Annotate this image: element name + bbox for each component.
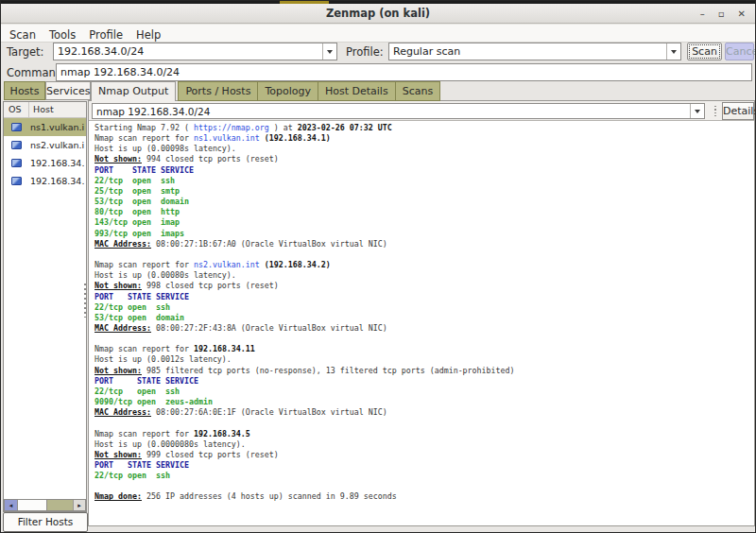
output-segment: Host is up (0.00098s latency). xyxy=(94,144,236,153)
profile-combo[interactable]: Regular scan xyxy=(388,43,681,60)
tab-topology[interactable]: Topology xyxy=(258,81,318,101)
output-segment: Nmap done: xyxy=(94,491,142,501)
column-host[interactable]: Host xyxy=(29,102,86,117)
target-label: Target: xyxy=(7,45,43,59)
target-dropdown-arrow-icon[interactable] xyxy=(322,43,336,60)
menu-help[interactable]: Help xyxy=(129,26,167,43)
menu-scan[interactable]: Scan xyxy=(3,26,43,43)
output-segment: MAC Address: xyxy=(94,239,151,249)
output-segment: 25/tcp open smtp xyxy=(94,186,180,196)
tab-scans[interactable]: Scans xyxy=(396,81,440,101)
host-list-hscrollbar[interactable]: ◂ ▸ xyxy=(4,499,86,511)
output-line xyxy=(94,249,754,260)
output-line: PORT STATE SERVICE xyxy=(94,460,754,471)
scan-selector-value[interactable]: nmap 192.168.34.0/24 xyxy=(93,106,690,117)
output-line: PORT STATE SERVICE xyxy=(94,376,754,387)
column-os[interactable]: OS xyxy=(4,102,29,117)
output-line: 22/tcp open ssh xyxy=(94,471,754,481)
output-segment: 53/tcp open domain xyxy=(94,313,184,322)
output-line xyxy=(94,481,754,491)
output-segment: 2023-02-26 07:32 UTC xyxy=(298,123,392,132)
menu-tools[interactable]: Tools xyxy=(43,26,82,43)
command-input[interactable]: nmap 192.168.34.0/24 xyxy=(56,63,752,81)
output-segment: (192.168.34.1) xyxy=(265,133,331,143)
tab-ports-hosts[interactable]: Ports / Hosts xyxy=(178,81,258,101)
titlebar[interactable]: Zenmap (on kali) xyxy=(1,4,755,24)
output-line: MAC Address: 08:00:27:6A:0E:1F (Oracle V… xyxy=(94,407,754,418)
output-segment: 985 filtered tcp ports (no-response), 13… xyxy=(142,366,515,375)
maximize-icon[interactable]: ▫ xyxy=(718,9,725,19)
output-segment: 143/tcp open imap xyxy=(94,217,180,227)
scan-selector-arrow-icon[interactable] xyxy=(690,104,704,118)
tab-host-details[interactable]: Host Details xyxy=(318,81,396,101)
host-row[interactable]: 192.168.34. xyxy=(4,154,86,172)
nmap-output-box[interactable]: Starting Nmap 7.92 ( https://nmap.org ) … xyxy=(89,120,754,525)
close-icon[interactable]: ✕ xyxy=(738,9,746,19)
scroll-right-icon[interactable]: ▸ xyxy=(73,500,85,510)
tab-nmap-output[interactable]: Nmap Output xyxy=(91,81,176,101)
details-button[interactable]: Details xyxy=(722,102,754,120)
output-line: 25/tcp open smtp xyxy=(94,186,754,197)
output-segment: Nmap scan report for xyxy=(94,344,194,353)
scan-selector-combo[interactable]: nmap 192.168.34.0/24 xyxy=(92,103,705,119)
os-icon xyxy=(11,159,22,167)
output-segment: 08:00:27:1B:67:A0 (Oracle VirtualBox vir… xyxy=(151,239,387,249)
output-segment: 994 closed tcp ports (reset) xyxy=(142,154,279,163)
output-line: Host is up (0.0012s latency). xyxy=(94,354,754,365)
os-icon xyxy=(11,177,22,185)
output-segment: 993/tcp open imaps xyxy=(94,229,184,238)
host-row[interactable]: ns2.vulkan.i xyxy=(4,136,86,154)
output-segment: Host is up (0.0000080s latency). xyxy=(94,439,246,449)
output-line: PORT STATE SERVICE xyxy=(94,165,754,176)
output-segment: 256 IP addresses (4 hosts up) scanned in… xyxy=(142,491,397,501)
output-segment: Not shown: xyxy=(94,154,142,163)
target-value[interactable]: 192.168.34.0/24 xyxy=(54,45,322,58)
output-line: Not shown: 994 closed tcp ports (reset) xyxy=(94,154,754,164)
minimize-icon[interactable]: – xyxy=(700,9,705,19)
nmap-link[interactable]: ns1.vulkan.int xyxy=(194,133,260,143)
tab-services[interactable]: Services xyxy=(45,81,91,100)
host-label: 192.168.34. xyxy=(30,158,84,168)
output-line xyxy=(94,334,754,344)
output-line: Nmap scan report for ns2.vulkan.int (192… xyxy=(94,260,754,270)
toolbar-grip-icon[interactable] xyxy=(714,106,716,116)
output-line: 143/tcp open imap xyxy=(94,217,754,228)
output-segment: Not shown: xyxy=(94,450,142,459)
scroll-left-icon[interactable]: ◂ xyxy=(5,500,17,510)
profile-dropdown-arrow-icon[interactable] xyxy=(666,43,680,60)
zenmap-window: Zenmap (on kali) –▫✕ ScanToolsProfileHel… xyxy=(0,0,756,533)
output-segment: PORT STATE SERVICE xyxy=(94,460,189,470)
output-line: PORT STATE SERVICE xyxy=(94,292,754,302)
output-segment: PORT STATE SERVICE xyxy=(94,376,198,386)
host-row[interactable]: 192.168.34. xyxy=(4,172,86,190)
window-controls: –▫✕ xyxy=(700,4,746,24)
nmap-link[interactable]: ns2.vulkan.int xyxy=(194,260,260,269)
target-combo[interactable]: 192.168.34.0/24 xyxy=(53,43,337,60)
output-line: Not shown: 999 closed tcp ports (reset) xyxy=(94,450,754,460)
scrollbar-thumb[interactable] xyxy=(17,500,47,510)
output-line xyxy=(94,418,754,428)
host-row[interactable]: ns1.vulkan.i xyxy=(4,118,86,136)
host-list-header: OS Host xyxy=(4,102,86,118)
output-line: Host is up (0.00080s latency). xyxy=(94,270,754,281)
menu-profile[interactable]: Profile xyxy=(82,26,129,43)
output-segment: 22/tcp open ssh xyxy=(94,302,170,312)
output-segment: Nmap scan report for xyxy=(94,260,194,269)
host-label: 192.168.34. xyxy=(30,176,84,186)
output-line: Nmap scan report for 192.168.34.5 xyxy=(94,429,754,439)
output-segment: 08:00:27:2F:43:8A (Oracle VirtualBox vir… xyxy=(151,323,387,333)
output-segment: 192.168.34.11 xyxy=(194,344,255,353)
output-segment: 22/tcp open ssh xyxy=(94,176,175,185)
scrollbar-track[interactable] xyxy=(47,500,73,510)
command-value: nmap 192.168.34.0/24 xyxy=(57,66,751,78)
paned-resize-grip[interactable] xyxy=(84,284,86,318)
scan-button[interactable]: Scan xyxy=(687,43,722,60)
output-line: Not shown: 998 closed tcp ports (reset) xyxy=(94,281,754,291)
output-line: Nmap done: 256 IP addresses (4 hosts up)… xyxy=(94,491,754,502)
profile-value[interactable]: Regular scan xyxy=(389,45,666,58)
filter-hosts-button[interactable]: Filter Hosts xyxy=(3,512,88,532)
host-list: OS Host ns1.vulkan.ins2.vulkan.i192.168.… xyxy=(3,101,87,512)
nmap-link[interactable]: https://nmap.org xyxy=(194,123,269,132)
output-line: 9090/tcp open zeus-admin xyxy=(94,397,754,407)
tab-hosts[interactable]: Hosts xyxy=(4,81,45,100)
